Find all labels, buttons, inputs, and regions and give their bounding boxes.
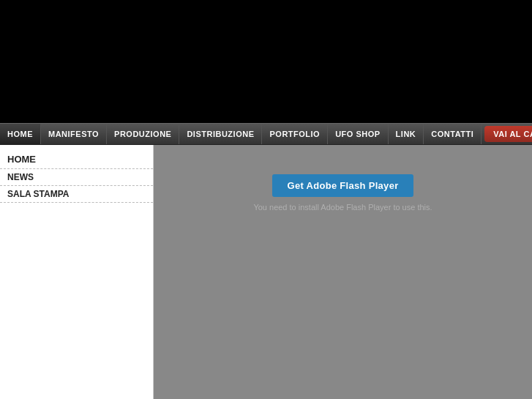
nav-item-distribuzione[interactable]: DISTRIBUZIONE [179, 124, 262, 144]
cart-button[interactable]: VAI AL CARRELLO 🛒 [484, 126, 532, 142]
nav-item-link[interactable]: LINK [389, 124, 424, 144]
black-header [0, 0, 532, 123]
get-flash-button[interactable]: Get Adobe Flash Player [272, 174, 413, 197]
sidebar: HOME NEWS SALA STAMPA [0, 145, 154, 399]
nav-item-manifesto[interactable]: MANIFESTO [41, 124, 107, 144]
content-area: HOME NEWS SALA STAMPA Get Adobe Flash Pl… [0, 145, 532, 399]
sidebar-item-sala-stampa[interactable]: SALA STAMPA [0, 186, 153, 203]
sidebar-item-news[interactable]: NEWS [0, 169, 153, 186]
nav-item-contatti[interactable]: CONTATTI [424, 124, 482, 144]
navbar: HOME MANIFESTO PRODUZIONE DISTRIBUZIONE … [0, 123, 532, 145]
flash-subtext: You need to install Adobe Flash Player t… [253, 203, 432, 212]
sidebar-home[interactable]: HOME [0, 151, 153, 169]
nav-item-home[interactable]: HOME [0, 124, 41, 144]
nav-item-produzione[interactable]: PRODUZIONE [107, 124, 179, 144]
nav-item-ufo-shop[interactable]: UFO SHOP [328, 124, 388, 144]
nav-item-portfolio[interactable]: PORTFOLIO [262, 124, 328, 144]
main-content: Get Adobe Flash Player You need to insta… [154, 145, 532, 399]
cart-label: VAI AL CARRELLO [493, 130, 532, 138]
